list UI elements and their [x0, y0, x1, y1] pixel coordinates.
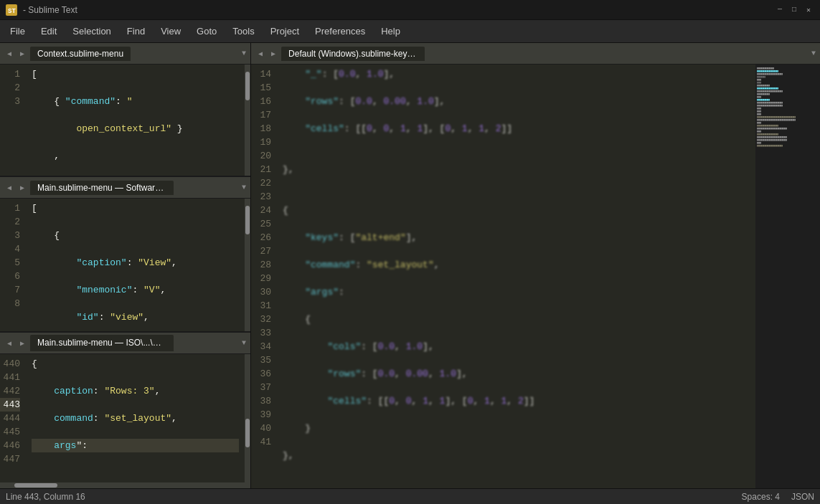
- pane2-line-numbers: 1 2 3 4 5 6 7 8: [0, 199, 26, 331]
- right-header: ◀ ▶ Default (Windows).sublime-keymap ▼: [251, 43, 820, 65]
- pane2-prev[interactable]: ◀: [4, 182, 14, 194]
- pane1-code-content[interactable]: [ { "command": " open_context_url" } , {…: [26, 65, 245, 176]
- right-line-numbers: 14 15 16 17 18 19 20 21 22 23 24 25 26 2…: [251, 65, 277, 488]
- right-dropdown[interactable]: ▼: [811, 49, 816, 57]
- pane-main-menu-iso: ◀ ▶ Main.sublime-menu — ISO\...\新增資料夾 ▼ …: [0, 333, 250, 488]
- pane1-scrollbar[interactable]: [245, 65, 250, 176]
- pane1-line-numbers: 1 2 3: [0, 65, 26, 176]
- menu-item-project[interactable]: Project: [263, 23, 306, 39]
- titlebar: ST - Sublime Text ─ □ ✕: [0, 0, 820, 20]
- svg-text:ST: ST: [8, 8, 16, 15]
- main-area: ◀ ▶ Context.sublime-menu ▼ 1 2 3 [: [0, 43, 820, 488]
- minimize-button[interactable]: ─: [774, 4, 786, 16]
- right-tab[interactable]: Default (Windows).sublime-keymap: [281, 47, 425, 61]
- right-panel: ◀ ▶ Default (Windows).sublime-keymap ▼ 1…: [251, 43, 820, 488]
- right-next[interactable]: ▶: [268, 48, 278, 60]
- pane2-tab[interactable]: Main.sublime-menu — Software\...\User: [30, 181, 174, 195]
- left-panel: ◀ ▶ Context.sublime-menu ▼ 1 2 3 [: [0, 43, 251, 488]
- menu-item-goto[interactable]: Goto: [189, 23, 224, 39]
- menu-item-find[interactable]: Find: [120, 23, 152, 39]
- pane3-code: 440 441 442 443 444 445 446 447 { captio…: [0, 354, 250, 482]
- pane3-hscrollbar[interactable]: [0, 482, 250, 488]
- menu-item-help[interactable]: Help: [374, 23, 407, 39]
- pane3-header: ◀ ▶ Main.sublime-menu — ISO\...\新增資料夾 ▼: [0, 333, 250, 354]
- window-title: - Sublime Text: [23, 5, 77, 15]
- pane3-prev[interactable]: ◀: [4, 338, 14, 349]
- pane1-tab[interactable]: Context.sublime-menu: [30, 47, 131, 61]
- pane1-prev[interactable]: ◀: [4, 48, 14, 60]
- pane1-header: ◀ ▶ Context.sublime-menu ▼: [0, 43, 250, 65]
- status-syntax[interactable]: JSON: [791, 492, 814, 502]
- minimap-content: ████████████████ ████████████████████ ██…: [755, 65, 820, 488]
- menu-item-view[interactable]: View: [154, 23, 188, 39]
- right-prev[interactable]: ◀: [255, 48, 265, 60]
- menu-item-tools[interactable]: Tools: [225, 23, 261, 39]
- pane-main-menu-user: ◀ ▶ Main.sublime-menu — Software\...\Use…: [0, 177, 250, 331]
- maximize-button[interactable]: □: [788, 4, 800, 16]
- right-code-area: 14 15 16 17 18 19 20 21 22 23 24 25 26 2…: [251, 65, 820, 488]
- statusbar-right: Spaces: 4 JSON: [742, 492, 814, 502]
- pane2-scrollbar[interactable]: [245, 199, 250, 331]
- pane2-next[interactable]: ▶: [17, 182, 27, 194]
- pane1-code: 1 2 3 [ { "command": " open_context_url"…: [0, 65, 250, 176]
- titlebar-left: ST - Sublime Text: [6, 4, 77, 16]
- app-icon: ST: [6, 4, 17, 16]
- pane3-dropdown[interactable]: ▼: [242, 339, 246, 347]
- minimap: ████████████████ ████████████████████ ██…: [755, 65, 820, 488]
- menu-item-selection[interactable]: Selection: [65, 23, 118, 39]
- pane1-dropdown[interactable]: ▼: [242, 49, 246, 57]
- pane1-next[interactable]: ▶: [17, 48, 27, 60]
- close-button[interactable]: ✕: [803, 4, 814, 16]
- pane3-nav: ◀ ▶ Main.sublime-menu — ISO\...\新增資料夾: [4, 335, 174, 351]
- pane1-nav: ◀ ▶ Context.sublime-menu: [4, 47, 131, 61]
- status-position: Line 443, Column 16: [6, 492, 85, 502]
- menu-item-file[interactable]: File: [3, 23, 32, 39]
- pane3-code-content[interactable]: { caption: "Rows: 3", command: "set_layo…: [26, 354, 245, 482]
- pane3-scrollbar[interactable]: [245, 354, 250, 482]
- statusbar: Line 443, Column 16 Spaces: 4 JSON: [0, 488, 820, 504]
- pane2-dropdown[interactable]: ▼: [242, 184, 246, 191]
- right-nav: ◀ ▶ Default (Windows).sublime-keymap: [255, 47, 425, 61]
- menubar: FileEditSelectionFindViewGotoToolsProjec…: [0, 20, 820, 43]
- pane2-code-content[interactable]: [ { "caption": "View", "mnemonic": "V", …: [26, 199, 245, 331]
- status-spaces[interactable]: Spaces: 4: [742, 492, 780, 502]
- pane2-nav: ◀ ▶ Main.sublime-menu — Software\...\Use…: [4, 181, 174, 195]
- window-controls: ─ □ ✕: [774, 4, 814, 16]
- right-code-content[interactable]: "_": [0.0, 1.0], "rows": [0.0, 0.00, 1.0…: [277, 65, 755, 488]
- pane3-line-numbers: 440 441 442 443 444 445 446 447: [0, 354, 26, 482]
- menu-item-edit[interactable]: Edit: [34, 23, 64, 39]
- pane2-code: 1 2 3 4 5 6 7 8 [ { "caption": "View", "…: [0, 199, 250, 331]
- pane2-header: ◀ ▶ Main.sublime-menu — Software\...\Use…: [0, 177, 250, 199]
- pane3-next[interactable]: ▶: [17, 338, 27, 349]
- pane3-tab[interactable]: Main.sublime-menu — ISO\...\新增資料夾: [30, 335, 174, 351]
- menu-item-preferences[interactable]: Preferences: [308, 23, 372, 39]
- pane-context-menu: ◀ ▶ Context.sublime-menu ▼ 1 2 3 [: [0, 43, 250, 176]
